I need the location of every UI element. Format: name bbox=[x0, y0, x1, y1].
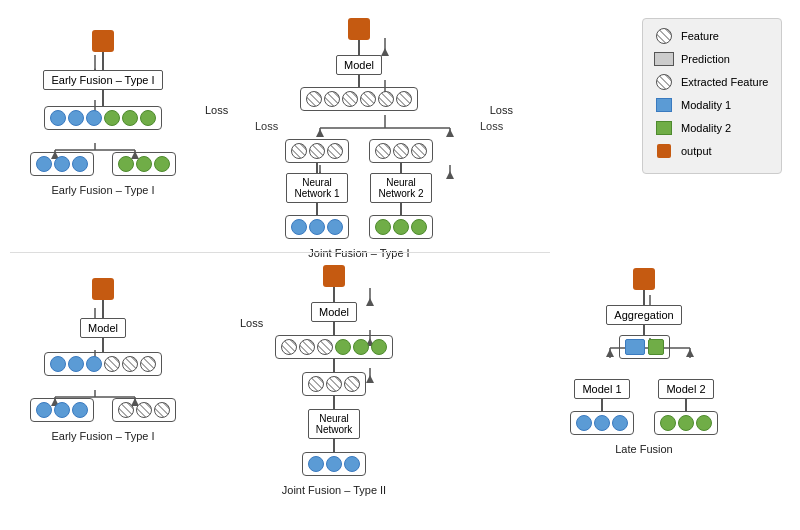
early-fusion-1: Early Fusion – Type I Early Fusi bbox=[30, 30, 176, 196]
nn1-feat-1 bbox=[291, 143, 307, 159]
joint-fusion-1-label: Joint Fusion – Type I bbox=[308, 247, 409, 259]
nn1-blue-2 bbox=[309, 219, 325, 235]
joint-fusion-2-label: Joint Fusion – Type II bbox=[282, 484, 386, 496]
ef2b-hatch-1 bbox=[118, 402, 134, 418]
nn1-feat bbox=[285, 139, 349, 163]
legend-extracted-label: Extracted Feature bbox=[681, 76, 768, 88]
extracted-features-jf1 bbox=[300, 87, 418, 111]
ext-feat-6 bbox=[396, 91, 412, 107]
ext-feat-5 bbox=[378, 91, 394, 107]
loss-left-jf1: Loss bbox=[205, 104, 228, 116]
ef2-hatch-2 bbox=[122, 356, 138, 372]
nn2-green-2 bbox=[393, 219, 409, 235]
input-groups-1 bbox=[30, 152, 176, 176]
ext-feat-4 bbox=[360, 91, 376, 107]
jf2-green-2 bbox=[353, 339, 369, 355]
nn1-feat-2 bbox=[309, 143, 325, 159]
mod1-circle-1 bbox=[50, 110, 66, 126]
legend-prediction-label: Prediction bbox=[681, 53, 730, 65]
legend-mod1-label: Modality 1 bbox=[681, 99, 731, 111]
nn2-green-3 bbox=[411, 219, 427, 235]
jf2-hatch-2 bbox=[299, 339, 315, 355]
output-icon-lf bbox=[633, 268, 655, 290]
diagram-area: Early Fusion – Type I Early Fusi bbox=[0, 0, 800, 530]
output-icon-2 bbox=[348, 18, 370, 40]
legend-output: output bbox=[653, 142, 771, 160]
arrow-nn1-2 bbox=[316, 203, 318, 215]
late-fusion-label: Late Fusion bbox=[615, 443, 672, 455]
legend-mod1-icon bbox=[653, 96, 675, 114]
modality-rect-row bbox=[619, 335, 670, 359]
input-group-1b bbox=[112, 152, 176, 176]
ef2a-blue-1 bbox=[36, 402, 52, 418]
model1-box: Model 1 bbox=[574, 379, 629, 399]
legend-mod1: Modality 1 bbox=[653, 96, 771, 114]
arrow-jf2-2 bbox=[333, 322, 335, 335]
nn-row-jf1: NeuralNetwork 1 NeuralNetwork 2 bbox=[285, 139, 433, 239]
ef2a-blue-3 bbox=[72, 402, 88, 418]
jf2-hatch-1 bbox=[281, 339, 297, 355]
mixed-row-jf2 bbox=[275, 335, 393, 359]
arrow-lf-m2 bbox=[685, 399, 687, 411]
model-box-1: Early Fusion – Type I bbox=[43, 70, 162, 90]
jf2-blue-1 bbox=[308, 456, 324, 472]
divider bbox=[10, 252, 550, 253]
mod1-circle-3 bbox=[86, 110, 102, 126]
early-fusion-2-label: Early Fusion – Type I bbox=[51, 430, 154, 442]
ef2-hatch-3 bbox=[140, 356, 156, 372]
mod1-rect-icon bbox=[656, 98, 672, 112]
lf-blue-3 bbox=[612, 415, 628, 431]
loss-label-left: Loss bbox=[255, 120, 278, 132]
legend-extracted: Extracted Feature bbox=[653, 73, 771, 91]
jf2-green-1 bbox=[335, 339, 351, 355]
model1-inputs bbox=[570, 411, 634, 435]
legend: Feature Prediction Extracted Feature Mod… bbox=[642, 18, 782, 174]
input-green-2 bbox=[136, 156, 152, 172]
input-group-1a bbox=[30, 152, 94, 176]
arrow-lf-2 bbox=[643, 325, 645, 335]
model-box-ef2: Model bbox=[80, 318, 126, 338]
legend-output-label: output bbox=[681, 145, 712, 157]
model2-inputs bbox=[654, 411, 718, 435]
ef2-blue-2 bbox=[68, 356, 84, 372]
input-green-3 bbox=[154, 156, 170, 172]
ext-feat-3 bbox=[342, 91, 358, 107]
mod2-rect bbox=[648, 339, 664, 355]
jf2-blue-2 bbox=[326, 456, 342, 472]
joint-fusion-1: Model NeuralNetwork 1 bbox=[285, 18, 433, 259]
jf2-blue-3 bbox=[344, 456, 360, 472]
legend-feature-label: Feature bbox=[681, 30, 719, 42]
legend-feature-icon bbox=[653, 27, 675, 45]
arrow-jf2-4 bbox=[333, 396, 335, 409]
jf2-hatch-4 bbox=[308, 376, 324, 392]
arrow-jf2-1 bbox=[333, 287, 335, 302]
legend-mod2-icon bbox=[653, 119, 675, 137]
nn2-feat-1 bbox=[375, 143, 391, 159]
mod2-circle-2 bbox=[122, 110, 138, 126]
mod2-circle-1 bbox=[104, 110, 120, 126]
mod2-rect-icon bbox=[656, 121, 672, 135]
joint-fusion-2: Model NeuralNetwork Loss Join bbox=[275, 265, 393, 496]
arrow-lf-1 bbox=[643, 290, 645, 305]
nn2-inputs bbox=[369, 215, 433, 239]
ef2-blue-1 bbox=[50, 356, 66, 372]
jf2-hatch-3 bbox=[317, 339, 333, 355]
nn1-box: NeuralNetwork 1 bbox=[286, 173, 347, 203]
lf-green-2 bbox=[678, 415, 694, 431]
input-ef2b bbox=[112, 398, 176, 422]
jf2-green-3 bbox=[371, 339, 387, 355]
legend-output-icon bbox=[653, 142, 675, 160]
arrow-lf-m1 bbox=[601, 399, 603, 411]
feature-circle-icon bbox=[656, 28, 672, 44]
arrow-nn1-1 bbox=[316, 163, 318, 173]
arrow-nn2-2 bbox=[400, 203, 402, 215]
input-blue-2 bbox=[54, 156, 70, 172]
input-blue-1 bbox=[36, 156, 52, 172]
svg-marker-22 bbox=[446, 171, 454, 179]
legend-prediction-icon bbox=[653, 50, 675, 68]
lf-green-1 bbox=[660, 415, 676, 431]
prediction-rect-icon bbox=[654, 52, 674, 66]
lf-blue-2 bbox=[594, 415, 610, 431]
jf2-hatch-5 bbox=[326, 376, 342, 392]
nn2-feat-2 bbox=[393, 143, 409, 159]
